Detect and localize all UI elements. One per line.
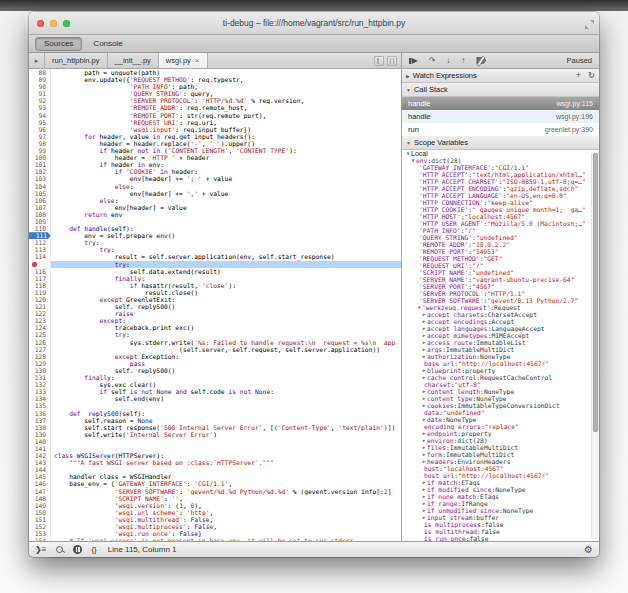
code-line[interactable]: 130 self._reply500() xyxy=(29,367,401,374)
code-text[interactable]: if self is not None and self.code is not… xyxy=(51,388,401,395)
code-text[interactable]: try: xyxy=(51,331,401,338)
line-number-gutter[interactable]: 138 xyxy=(29,424,51,431)
code-line[interactable]: 117 finally: xyxy=(29,275,401,282)
line-number-gutter[interactable]: 132 xyxy=(29,381,51,388)
scope-variable-row[interactable]: ▶files: ImmutableMultiDict xyxy=(402,444,599,451)
scope-variable-row[interactable]: 'GATEWAY_INTERFACE': "CGI/1.1" xyxy=(402,164,599,171)
panel-layout-icon[interactable] xyxy=(387,56,397,66)
code-text[interactable]: header = 'HTTP_' + header xyxy=(51,154,401,161)
code-line[interactable]: 104 else: xyxy=(29,183,401,190)
code-line[interactable]: 151 'wsgi.multithread': False, xyxy=(29,516,401,523)
scope-variable-row[interactable]: 'SERVER_PORT': "4567" xyxy=(402,283,599,290)
line-number-gutter[interactable]: 134 xyxy=(29,395,51,402)
code-line[interactable]: 116 self.data.extend(result) xyxy=(29,268,401,275)
line-number-gutter[interactable]: 126 xyxy=(29,339,51,346)
call-stack-frame[interactable]: handlewsgi.py:196 xyxy=(402,110,599,123)
code-text[interactable]: 'REMOTE_ADDR': req.remote_host, xyxy=(51,104,401,111)
scope-variable-row[interactable]: ▶endpoint: property xyxy=(402,430,599,437)
code-line[interactable]: 134 self.end(env) xyxy=(29,395,401,402)
line-number-gutter[interactable]: 150 xyxy=(29,509,51,516)
line-number-gutter[interactable]: 133 xyxy=(29,388,51,395)
code-text[interactable] xyxy=(51,445,401,452)
line-number-gutter[interactable]: 130 xyxy=(29,367,51,374)
line-number-gutter[interactable]: 97 xyxy=(29,133,51,140)
code-text[interactable]: self._reply500() xyxy=(51,367,401,374)
code-line[interactable]: 113 try: xyxy=(29,246,401,253)
line-number-gutter[interactable]: 129 xyxy=(29,360,51,367)
code-line[interactable]: 129 pass xyxy=(29,360,401,367)
line-number-gutter[interactable]: 128 xyxy=(29,353,51,360)
line-number-gutter[interactable]: 149 xyxy=(29,502,51,509)
code-line[interactable]: 106 else: xyxy=(29,197,401,204)
split-view-icon[interactable] xyxy=(374,56,384,66)
scope-variable-row[interactable]: ▶accept_charsets: CharsetAccept xyxy=(402,311,599,318)
scope-variable-row[interactable]: 'QUERY_STRING': "undefined" xyxy=(402,234,599,241)
code-line[interactable]: 122 raise xyxy=(29,310,401,317)
scope-variable-row[interactable]: ▶blueprint: property xyxy=(402,367,599,374)
line-number-gutter[interactable]: 120 xyxy=(29,296,51,303)
pretty-print-button[interactable]: {} xyxy=(91,546,96,554)
file-tab-init[interactable]: __init__.py xyxy=(108,53,159,68)
code-line[interactable]: 97 for header, value in req.get_input_he… xyxy=(29,133,401,140)
code-line[interactable]: 100 header = 'HTTP_' + header xyxy=(29,154,401,161)
code-text[interactable]: self.data.extend(result) xyxy=(51,268,401,275)
scope-variable-row[interactable]: 'SCRIPT_NAME': "undefined" xyxy=(402,269,599,276)
code-text[interactable]: self.start_response('500 Internal Server… xyxy=(51,424,401,431)
scope-variable-row[interactable]: host_url: "http://localhost:4567/" xyxy=(402,472,599,479)
line-number-gutter[interactable]: 105 xyxy=(29,190,51,197)
code-text[interactable]: 'REMOTE_PORT': str(req.remote_port), xyxy=(51,112,401,119)
code-line[interactable]: 92 'SERVER_PROTOCOL': 'HTTP/%d.%d' % req… xyxy=(29,97,401,104)
line-number-gutter[interactable]: 99 xyxy=(29,147,51,154)
line-number-gutter[interactable]: 106 xyxy=(29,197,51,204)
line-number-gutter[interactable]: 110 xyxy=(29,225,51,232)
scope-variable-row[interactable]: data: "undefined" xyxy=(402,409,599,416)
code-text[interactable]: except Exception: xyxy=(51,353,401,360)
line-number-gutter[interactable]: 118 xyxy=(29,282,51,289)
scope-variable-row[interactable]: ▼'werkzeug.request': Request xyxy=(402,304,599,311)
code-text[interactable]: try: xyxy=(51,246,401,253)
scope-variable-row[interactable]: ▶args: ImmutableMultiDict xyxy=(402,346,599,353)
code-text[interactable]: 'SERVER_PROTOCOL': 'HTTP/%d.%d' % req.ve… xyxy=(51,97,401,104)
code-text[interactable]: except GreenletExit: xyxy=(51,296,401,303)
line-number-gutter[interactable]: 152 xyxy=(29,523,51,530)
code-line[interactable]: 132 sys.exc_clear() xyxy=(29,381,401,388)
code-line[interactable]: 143 """A fast WSGI server based on :clas… xyxy=(29,459,401,466)
line-number-gutter[interactable]: 113 xyxy=(29,246,51,253)
step-out-button[interactable]: ↑ xyxy=(461,57,465,65)
code-text[interactable]: if 'COOKIE' in header: xyxy=(51,168,401,175)
scope-variable-row[interactable]: ▶if_modified_since: NoneType xyxy=(402,486,599,493)
code-line[interactable]: 133 if self is not None and self.code is… xyxy=(29,388,401,395)
code-line[interactable]: 139 self.write('Internal Server Error') xyxy=(29,431,401,438)
code-text[interactable] xyxy=(51,218,401,225)
code-text[interactable]: 'PATH_INFO': path, xyxy=(51,83,401,90)
line-number-gutter[interactable]: 123 xyxy=(29,317,51,324)
code-text[interactable]: self.write('Internal Server Error') xyxy=(51,431,401,438)
code-line[interactable]: 153 'wsgi.run_once': False} xyxy=(29,530,401,537)
line-number-gutter[interactable]: 119 xyxy=(29,289,51,296)
code-text[interactable]: sys.exc_clear() xyxy=(51,381,401,388)
code-line[interactable]: 109 xyxy=(29,218,401,225)
code-text[interactable]: finally: xyxy=(51,275,401,282)
code-text[interactable]: # If 'wsgi.errors' is not present in bas… xyxy=(51,537,401,541)
scope-variable-row[interactable]: ▶cookies: ImmutableTypeConversionDict xyxy=(402,402,599,409)
code-text[interactable]: 'wsgi.input': req.input_buffer}) xyxy=(51,126,401,133)
resume-button[interactable]: ▶ xyxy=(409,57,418,65)
scope-variable-row[interactable]: ▶accept_mimetypes: MIMEAccept xyxy=(402,332,599,339)
scope-variable-row[interactable]: 'HTTP_CONNECTION': "keep-alive" xyxy=(402,199,599,206)
code-text[interactable]: self.end(env) xyxy=(51,395,401,402)
code-line[interactable]: 131 finally: xyxy=(29,374,401,381)
scope-variable-row[interactable]: ▶form: ImmutableMultiDict xyxy=(402,451,599,458)
code-text[interactable]: self._reply500() xyxy=(51,303,401,310)
code-text[interactable]: def handle(self): xyxy=(51,225,401,232)
code-line[interactable]: 108 return env xyxy=(29,211,401,218)
scope-variable-row[interactable]: ▶environ: dict(28) xyxy=(402,437,599,444)
code-text[interactable]: env[header] += ',' + value xyxy=(51,190,401,197)
code-line[interactable]: 118 if hasattr(result, 'close'): xyxy=(29,282,401,289)
scope-variable-row[interactable]: 'HTTP_ACCEPT_CHARSET': "ISO-8859-1,utf-8… xyxy=(402,178,599,185)
code-text[interactable]: if header not in ('CONTENT_LENGTH', 'CON… xyxy=(51,147,401,154)
line-number-gutter[interactable]: 124 xyxy=(29,324,51,331)
code-line[interactable]: 128 except Exception: xyxy=(29,353,401,360)
code-text[interactable]: 'SERVER_SOFTWARE': 'gevent/%d.%d Python/… xyxy=(51,488,401,495)
line-number-gutter[interactable]: 92 xyxy=(29,97,51,104)
code-text[interactable]: except: xyxy=(51,317,401,324)
